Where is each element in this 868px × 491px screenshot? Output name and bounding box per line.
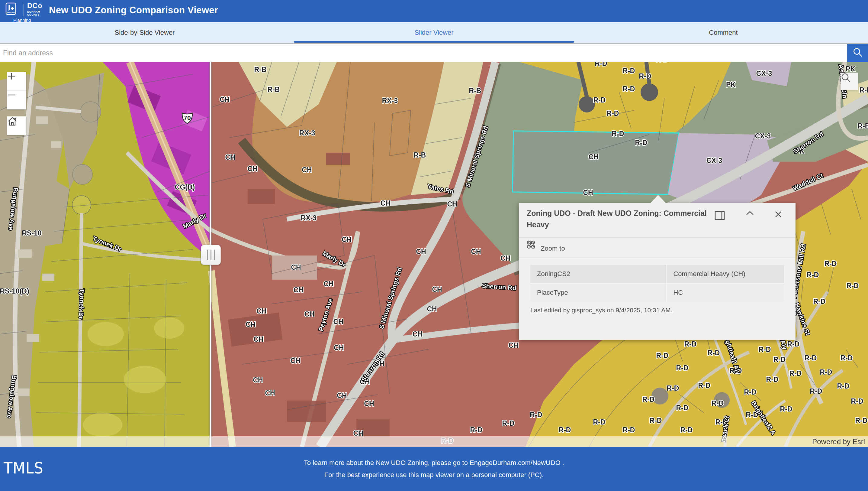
svg-text:DURHAM: DURHAM	[7, 12, 15, 13]
zoom-in-button[interactable]	[7, 72, 26, 91]
zone-label: CH	[334, 344, 344, 352]
zone-label: R-D	[595, 62, 607, 67]
zone-label: R-D	[759, 346, 771, 353]
app-window: DURHAM DCo DURHAMCOUNTY Planning New UDO…	[0, 0, 868, 491]
slider-handle[interactable]	[201, 245, 221, 265]
tmls-logo: TMLS	[4, 459, 43, 477]
attribute-table: ZoningCS2 Commercial Heavy (CH) PlaceTyp…	[530, 265, 784, 302]
zone-label: RX-3	[301, 214, 316, 222]
attribute-value: Commercial Heavy (CH)	[666, 265, 784, 283]
city-of-durham-logo-icon: DURHAM	[5, 2, 18, 18]
attribute-value: HC	[666, 284, 784, 302]
map-search-button[interactable]	[840, 73, 858, 90]
zone-label: R-D	[667, 384, 679, 392]
zone-label: R-D	[813, 297, 826, 306]
footer-line2: For the best experience use this map vie…	[324, 471, 544, 479]
close-icon[interactable]	[775, 211, 787, 223]
zone-label: CH	[412, 330, 422, 338]
zoom-to-label: Zoom to	[540, 244, 565, 253]
tab-slider-viewer[interactable]: Slider Viewer	[289, 22, 579, 43]
zone-label: CH	[302, 166, 312, 174]
popup-title: Zoning UDO - Draft New UDO Zoning: Comme…	[527, 207, 711, 230]
zone-label: CH	[380, 199, 390, 207]
zone-label: R-D	[712, 399, 724, 407]
dock-icon[interactable]	[715, 211, 727, 223]
zone-label: R-D	[773, 355, 786, 364]
zone-label: R-D	[623, 85, 635, 93]
logo-divider	[24, 4, 24, 16]
footer-text: To learn more about the New UDO Zoning, …	[0, 447, 868, 491]
zone-label: R-D	[855, 416, 868, 425]
zone-label: R-D	[787, 340, 800, 348]
zone-label: R-B	[469, 87, 482, 95]
zone-label: R-D	[607, 110, 619, 117]
popup: Zoning UDO - Draft New UDO Zoning: Comme…	[519, 203, 796, 340]
tab-side-by-side-viewer[interactable]: Side-by-Side Viewer	[0, 22, 289, 43]
address-search-bar	[0, 44, 868, 62]
zone-label: R-D	[840, 354, 853, 362]
search-icon	[852, 48, 863, 58]
zone-label: RS-10(D)	[0, 287, 29, 295]
tab-bar: Side-by-Side Viewer Slider Viewer Commen…	[0, 22, 868, 44]
zone-label: R-D	[656, 62, 669, 63]
zone-label: R-D	[820, 368, 832, 376]
home-button[interactable]	[7, 116, 26, 135]
divider	[519, 237, 796, 238]
zone-label: CH	[265, 389, 275, 397]
zone-label: R-D	[780, 405, 793, 413]
zone-label: R-D	[846, 282, 859, 290]
zone-label: CH	[471, 248, 481, 256]
zone-label: CH	[427, 305, 437, 313]
zone-label: CH	[256, 307, 267, 315]
zoom-to-button[interactable]: Zoom to	[539, 244, 567, 253]
tab-comment[interactable]: Comment	[579, 22, 868, 43]
address-search-button[interactable]	[847, 44, 868, 62]
zone-label: CH	[447, 200, 457, 208]
address-search-input[interactable]	[0, 44, 847, 62]
zone-label: R-B	[268, 86, 280, 93]
powered-by-esri: Powered by Esri	[812, 437, 865, 446]
magnifier-plus-icon	[527, 240, 536, 249]
zone-label: RS-10	[22, 229, 41, 237]
zone-label: R-B	[254, 66, 267, 74]
durham-planning-logo: DURHAM DCo DURHAMCOUNTY Planning	[5, 2, 44, 21]
zone-label: R-D	[593, 418, 606, 426]
zoom-out-button[interactable]	[7, 91, 26, 109]
zone-label: CH	[588, 153, 598, 161]
zone-label: R-D	[851, 397, 864, 405]
divider	[519, 258, 796, 258]
zone-label: CH	[253, 376, 263, 384]
zone-label: R-D	[805, 354, 817, 362]
map-canvas[interactable]: 70 RS-10RS-10(D)CG(D)CHCHCHCHCHCHCHCHCHC…	[0, 62, 868, 447]
zone-label: CH	[220, 95, 229, 104]
zone-label: CG(D)	[175, 183, 195, 191]
zone-label: R-D	[810, 387, 823, 395]
plus-icon	[7, 72, 16, 80]
zone-label: R-D	[650, 416, 662, 425]
zone-label: CH	[500, 254, 510, 262]
grip-bars-icon	[207, 250, 208, 260]
zone-label: R-D	[593, 96, 606, 104]
zone-label: R-D	[744, 388, 756, 396]
zone-label: R-D	[470, 426, 483, 434]
zone-label: CH	[337, 392, 347, 399]
zone-label: CH	[293, 286, 303, 294]
zone-label: R-D	[766, 376, 779, 383]
zone-label: R-D	[656, 352, 669, 359]
app-footer: To learn more about the New UDO Zoning, …	[0, 447, 868, 491]
zone-label: CH	[583, 189, 593, 197]
zone-label: CH	[333, 318, 343, 326]
zone-label: R-D	[825, 260, 837, 267]
attribute-key: ZoningCS2	[530, 265, 666, 283]
zone-label: R-B	[858, 122, 868, 130]
table-row: PlaceType HC	[530, 284, 784, 302]
minus-icon	[7, 91, 16, 99]
chevron-up-icon[interactable]	[746, 211, 758, 223]
road-label: Tyonek Dr	[78, 288, 86, 319]
zone-label: CH	[416, 248, 426, 256]
zone-label: R-D	[680, 426, 693, 434]
zone-label: CX-3	[755, 132, 771, 140]
last-edited-text: Last edited by gisproc_sys on 9/4/2025, …	[530, 307, 672, 314]
zone-label: RX-3	[382, 97, 398, 105]
zone-label: RX-3	[299, 129, 315, 137]
